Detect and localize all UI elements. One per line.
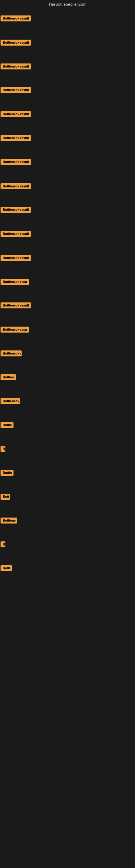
bottleneck-badge[interactable]: Bottle [1, 422, 13, 428]
bottleneck-badge-row: Bottleneck result [1, 231, 31, 238]
bottleneck-badge[interactable]: B [1, 446, 5, 452]
bottleneck-badge[interactable]: Bottleneck result [1, 87, 31, 93]
bottleneck-badge-row: Bottleneck result [1, 16, 31, 23]
bottleneck-badge-row: Bottle [1, 422, 13, 429]
bottleneck-badge[interactable]: Bottleneck r [1, 350, 21, 356]
bottleneck-badge[interactable]: Bottleneck result [1, 40, 31, 45]
bottleneck-badge[interactable]: Bottle [1, 470, 13, 476]
bottleneck-badge-row: Bottleneck r [1, 350, 21, 358]
bottleneck-badge-row: Bottleneck result [1, 255, 31, 262]
bottleneck-badge-row: B [1, 541, 5, 549]
bottleneck-badge-row: Bottlene [1, 518, 17, 525]
bottleneck-badge-row: Bottleneck result [1, 111, 31, 118]
bottleneck-badge-row: Bottleneck result [1, 183, 31, 190]
bottleneck-badge-row: Bottle [1, 470, 13, 477]
bottleneck-badge[interactable]: Bottlen [1, 374, 16, 380]
bottleneck-badge-row: Bottleneck result [1, 40, 31, 46]
bottleneck-badge-row: Bottleneck resu [1, 279, 29, 286]
bottleneck-badge[interactable]: Bottleneck result [1, 135, 31, 141]
bottleneck-badge[interactable]: B [1, 541, 5, 547]
site-title: TheBottlenecker.com [0, 0, 135, 8]
bottleneck-badge[interactable]: Bottleneck result [1, 303, 31, 308]
bottleneck-badge[interactable]: Bottleneck resu [1, 327, 29, 333]
bottleneck-badge-row: Bott [1, 494, 10, 501]
bottleneck-badge[interactable]: Bottleneck result [1, 231, 31, 237]
site-container: TheBottlenecker.com Bottleneck resultBot… [0, 0, 135, 868]
bottleneck-badge[interactable]: Bottleneck result [1, 255, 31, 261]
bottleneck-badge-row: Bottleneck [1, 398, 20, 405]
bottleneck-badge[interactable]: Bottl [1, 565, 12, 571]
bottleneck-badge-row: Bottleneck result [1, 159, 31, 166]
bottleneck-badge[interactable]: Bott [1, 494, 10, 500]
bottleneck-badge[interactable]: Bottleneck result [1, 183, 31, 189]
bottleneck-badge-row: Bottlen [1, 374, 16, 381]
bottleneck-badge[interactable]: Bottleneck [1, 398, 20, 404]
bottleneck-badge[interactable]: Bottleneck result [1, 16, 31, 22]
bottleneck-badge-row: Bottl [1, 565, 12, 572]
bottleneck-badge[interactable]: Bottleneck resu [1, 279, 29, 285]
bottleneck-badge[interactable]: Bottleneck result [1, 207, 31, 213]
bottleneck-badge-row: B [1, 446, 5, 453]
bottleneck-badge[interactable]: Bottleneck result [1, 63, 31, 69]
bottleneck-badge-row: Bottleneck result [1, 207, 31, 214]
bottleneck-badge-row: Bottleneck result [1, 87, 31, 94]
bottleneck-badge[interactable]: Bottlene [1, 518, 17, 524]
bottleneck-badge-row: Bottleneck result [1, 303, 31, 310]
bottleneck-badge-row: Bottleneck resu [1, 327, 29, 334]
bottleneck-badge[interactable]: Bottleneck result [1, 111, 31, 117]
bottleneck-badge-row: Bottleneck result [1, 63, 31, 70]
bottleneck-badge-row: Bottleneck result [1, 135, 31, 142]
bottleneck-badge[interactable]: Bottleneck result [1, 159, 31, 165]
